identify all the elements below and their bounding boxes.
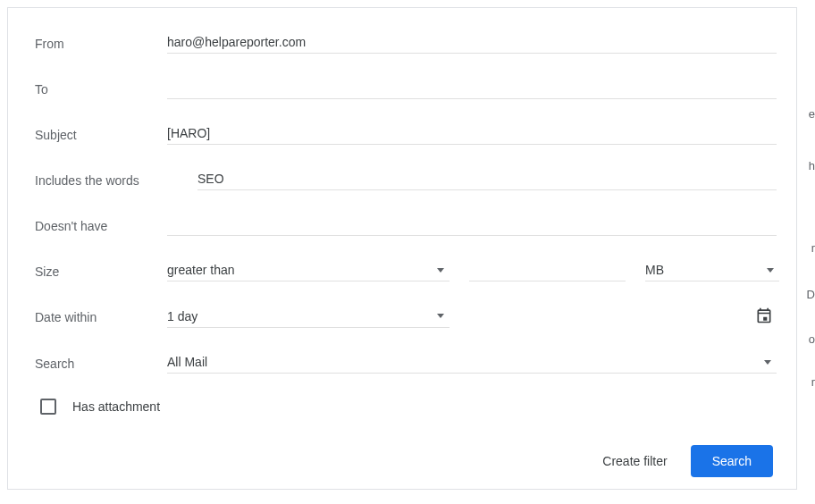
chevron-down-icon <box>764 360 771 365</box>
row-from: From <box>35 33 777 54</box>
subject-input[interactable] <box>167 124 777 145</box>
size-comparator-value: greater than <box>167 263 235 277</box>
date-within-value: 1 day <box>167 309 197 323</box>
from-input[interactable] <box>167 33 777 54</box>
has-attachment-checkbox[interactable] <box>40 399 56 415</box>
row-date: Date within 1 day <box>35 307 777 328</box>
bg-peek: o <box>809 332 815 346</box>
row-subject: Subject <box>35 124 777 145</box>
label-doesnt: Doesn't have <box>35 219 167 233</box>
bg-peek: r <box>811 241 815 255</box>
create-filter-button[interactable]: Create filter <box>602 454 667 468</box>
date-within-select[interactable]: 1 day <box>167 307 450 328</box>
label-date: Date within <box>35 310 167 324</box>
size-value-input[interactable] <box>469 261 626 281</box>
doesnt-input[interactable] <box>167 215 777 236</box>
search-filter-dialog: From To Subject Includes the words Doesn… <box>7 7 797 490</box>
bg-peek: D <box>807 288 815 301</box>
size-unit-select[interactable]: MB <box>645 261 779 281</box>
row-doesnt: Doesn't have <box>35 215 777 236</box>
row-to: To <box>35 79 777 99</box>
dialog-actions: Create filter Search <box>35 445 777 477</box>
to-input[interactable] <box>167 79 777 99</box>
label-from: From <box>35 37 167 51</box>
label-attachment: Has attachment <box>72 399 160 414</box>
label-subject: Subject <box>35 128 167 142</box>
search-in-value: All Mail <box>167 355 207 369</box>
chevron-down-icon <box>767 268 774 273</box>
chevron-down-icon <box>437 268 444 273</box>
row-attachment: Has attachment <box>35 399 777 415</box>
search-in-select[interactable]: All Mail <box>167 353 777 374</box>
row-search-in: Search All Mail <box>35 353 777 374</box>
size-comparator-select[interactable]: greater than <box>167 261 450 281</box>
size-unit-value: MB <box>645 263 664 277</box>
bg-peek: e <box>809 107 815 121</box>
search-button[interactable]: Search <box>691 445 773 477</box>
label-search-in: Search <box>35 357 167 371</box>
calendar-icon[interactable] <box>755 307 773 328</box>
bg-peek: r <box>811 375 815 389</box>
row-size: Size greater than MB <box>35 261 777 281</box>
bg-peek: h <box>809 159 815 172</box>
label-size: Size <box>35 265 167 279</box>
chevron-down-icon <box>437 314 444 318</box>
row-includes: Includes the words <box>35 170 777 190</box>
includes-input[interactable] <box>197 170 777 190</box>
label-includes: Includes the words <box>35 173 197 188</box>
label-to: To <box>35 82 167 97</box>
